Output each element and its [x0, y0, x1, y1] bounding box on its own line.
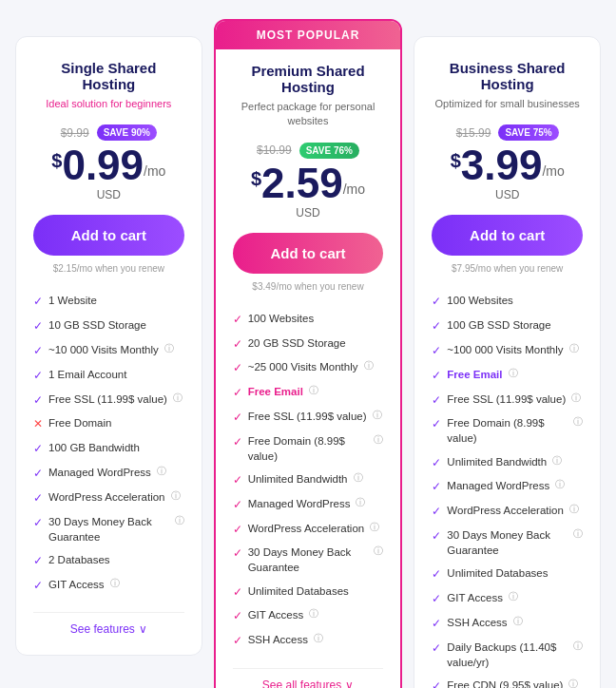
- features-list: ✓1 Website✓10 GB SSD Storage✓~10 000 Vis…: [33, 289, 184, 597]
- info-icon[interactable]: ⓘ: [364, 359, 374, 373]
- info-icon[interactable]: ⓘ: [568, 678, 578, 688]
- price-row: $15.99 SAVE 75%: [432, 124, 583, 141]
- price-row: $10.99 SAVE 76%: [233, 143, 384, 159]
- info-icon[interactable]: ⓘ: [569, 503, 579, 516]
- info-icon[interactable]: ⓘ: [573, 415, 583, 429]
- feature-item: ✓Managed WordPress ⓘ: [33, 461, 184, 486]
- feature-text: Free SSL (11.99$ value): [447, 392, 566, 407]
- feature-item: ✓Free Domain (8.99$ value) ⓘ: [233, 430, 384, 468]
- feature-item: ✓SSH Access ⓘ: [432, 611, 583, 636]
- feature-item: ✓100 Websites: [233, 307, 384, 332]
- see-features-link[interactable]: See all features ∨: [233, 668, 384, 688]
- info-icon[interactable]: ⓘ: [373, 409, 382, 422]
- feature-item: ✓10 GB SSD Storage: [33, 314, 184, 338]
- feature-item: ✓GIT Access ⓘ: [432, 586, 583, 611]
- check-icon: ✓: [33, 392, 43, 409]
- check-icon: ✓: [432, 318, 441, 334]
- info-icon[interactable]: ⓘ: [175, 514, 184, 527]
- feature-text: GIT Access: [248, 607, 304, 622]
- pricing-container: Single Shared HostingIdeal solution for …: [10, 19, 606, 688]
- feature-text: Free Domain (8.99$ value): [447, 415, 568, 446]
- see-features-link[interactable]: See features ∨: [33, 612, 184, 636]
- info-icon[interactable]: ⓘ: [309, 607, 318, 621]
- feature-text: ~10 000 Visits Monthly: [48, 342, 159, 357]
- feature-item: ✓~100 000 Visits Monthly ⓘ: [432, 338, 583, 363]
- info-icon[interactable]: ⓘ: [370, 521, 379, 534]
- feature-text: SSH Access: [248, 632, 308, 647]
- check-icon: ✓: [233, 522, 242, 538]
- feature-item: ✓Managed WordPress ⓘ: [432, 474, 583, 499]
- check-icon: ✓: [432, 392, 441, 409]
- add-to-cart-button[interactable]: Add to cart: [33, 215, 184, 256]
- feature-text: Unlimited Bandwidth: [248, 471, 348, 487]
- info-icon[interactable]: ⓘ: [569, 342, 579, 355]
- info-icon[interactable]: ⓘ: [173, 392, 183, 405]
- feature-text: 30 Days Money Back Guarantee: [248, 545, 369, 575]
- feature-text: Free SSL (11.99$ value): [48, 392, 167, 407]
- plan-card-premium: MOST POPULARPremium Shared HostingPerfec…: [214, 19, 403, 688]
- check-icon: ✓: [233, 545, 242, 562]
- feature-item: ✓WordPress Acceleration ⓘ: [33, 486, 184, 510]
- feature-text: Unlimited Databases: [447, 565, 548, 581]
- feature-item: ✓~10 000 Visits Monthly ⓘ: [33, 338, 184, 363]
- info-icon[interactable]: ⓘ: [356, 496, 365, 509]
- price-dollar: $: [251, 168, 261, 190]
- feature-text: Free Domain (8.99$ value): [248, 433, 369, 464]
- feature-item: ✓100 GB Bandwidth: [33, 436, 184, 461]
- info-icon[interactable]: ⓘ: [513, 615, 523, 628]
- info-icon[interactable]: ⓘ: [571, 392, 581, 405]
- feature-text: 100 GB SSD Storage: [447, 317, 550, 333]
- price-amount: 0.99: [62, 144, 144, 186]
- feature-item: ✓Daily Backups (11.40$ value/yr) ⓘ: [432, 636, 583, 674]
- feature-item: ✓1 Email Account: [33, 363, 184, 388]
- feature-item: ✓100 Websites: [432, 289, 583, 314]
- feature-item: ✓Free Domain (8.99$ value) ⓘ: [432, 411, 583, 449]
- feature-text: 100 Websites: [248, 311, 314, 326]
- info-icon[interactable]: ⓘ: [164, 342, 174, 355]
- feature-item: ✓30 Days Money Back Guarantee ⓘ: [233, 541, 384, 579]
- info-icon[interactable]: ⓘ: [552, 454, 562, 468]
- feature-item: ✓Unlimited Databases: [432, 562, 583, 586]
- feature-text: 2 Databases: [48, 552, 110, 567]
- info-icon[interactable]: ⓘ: [314, 632, 323, 645]
- info-icon[interactable]: ⓘ: [309, 384, 318, 397]
- check-icon: ✓: [233, 336, 242, 353]
- info-icon[interactable]: ⓘ: [573, 527, 583, 541]
- info-icon[interactable]: ⓘ: [573, 640, 583, 653]
- info-icon[interactable]: ⓘ: [555, 478, 565, 491]
- info-icon[interactable]: ⓘ: [374, 433, 383, 447]
- check-icon: ✓: [233, 312, 242, 328]
- info-icon[interactable]: ⓘ: [509, 367, 518, 380]
- feature-text: WordPress Acceleration: [48, 489, 165, 505]
- features-list: ✓100 Websites✓20 GB SSD Storage✓~25 000 …: [233, 307, 384, 653]
- feature-text: Daily Backups (11.40$ value/yr): [447, 640, 568, 670]
- add-to-cart-button[interactable]: Add to cart: [233, 233, 384, 274]
- check-icon: ✓: [33, 490, 43, 506]
- feature-item: ✓~25 000 Visits Monthly ⓘ: [233, 355, 384, 380]
- plan-name: Premium Shared Hosting: [233, 63, 384, 95]
- check-icon: ✓: [432, 416, 441, 432]
- check-icon: ✓: [33, 466, 43, 482]
- check-icon: ✓: [33, 294, 43, 310]
- price-currency: USD: [233, 206, 384, 220]
- check-icon: ✓: [233, 360, 242, 376]
- feature-item: ✓Free Email ⓘ: [233, 380, 384, 405]
- info-icon[interactable]: ⓘ: [171, 489, 181, 503]
- original-price: $9.99: [61, 126, 89, 140]
- info-icon[interactable]: ⓘ: [354, 471, 363, 485]
- feature-item: ✕Free Domain: [33, 411, 184, 436]
- renew-text: $3.49/mo when you renew: [233, 281, 384, 292]
- x-icon: ✕: [33, 416, 43, 432]
- feature-text: Managed WordPress: [248, 496, 351, 511]
- info-icon[interactable]: ⓘ: [374, 545, 383, 558]
- plan-card-business: Business Shared HostingOptimized for sma…: [414, 36, 601, 688]
- price-period: /mo: [144, 163, 165, 179]
- check-icon: ✓: [233, 410, 242, 426]
- check-icon: ✓: [33, 318, 43, 334]
- chevron-down-icon: ∨: [139, 622, 147, 636]
- add-to-cart-button[interactable]: Add to cart: [432, 215, 583, 256]
- info-icon[interactable]: ⓘ: [509, 590, 518, 603]
- feature-item: ✓Managed WordPress ⓘ: [233, 492, 384, 517]
- info-icon[interactable]: ⓘ: [110, 577, 120, 590]
- info-icon[interactable]: ⓘ: [157, 465, 166, 478]
